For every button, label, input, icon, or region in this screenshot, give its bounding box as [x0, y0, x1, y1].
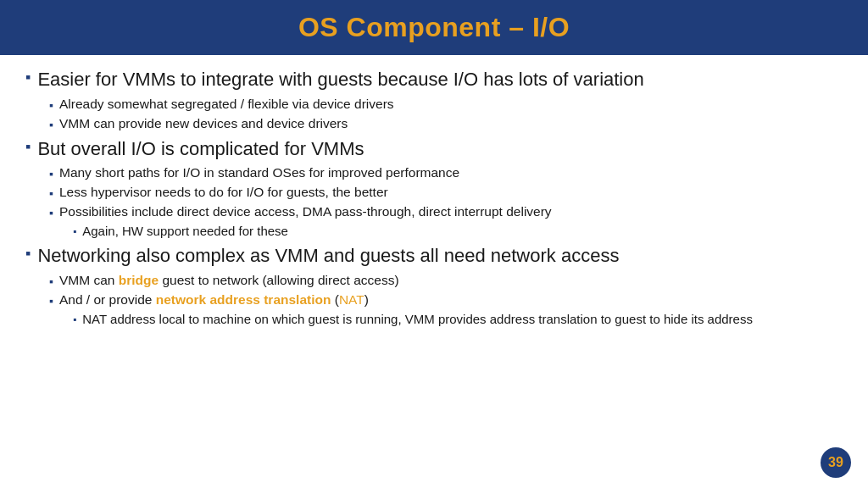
bullet-1-sub-1-marker: ▪ — [49, 98, 53, 112]
bullet-3-sub-2-sub-1-marker: ▪ — [73, 313, 76, 325]
bullet-1-sub: ▪ Already somewhat segregated / flexible… — [49, 96, 843, 133]
bullet-2-sub-3-text: Possibilities include direct device acce… — [59, 203, 552, 221]
highlight-nat: NAT — [339, 292, 364, 307]
bullet-3-sub-2-marker: ▪ — [49, 294, 53, 308]
bullet-3: ▪ Networking also complex as VMM and gue… — [25, 243, 843, 269]
bullet-3-sub-2-sub-1: ▪ NAT address local to machine on which … — [73, 311, 843, 328]
bullet-3-sub-1-marker: ▪ — [49, 274, 53, 288]
bullet-1-sub-2-text: VMM can provide new devices and device d… — [59, 115, 348, 133]
slide-number: 39 — [821, 447, 851, 478]
bullet-3-sub-2-text: And / or provide network address transla… — [59, 291, 369, 309]
bullet-2-sub-1: ▪ Many short paths for I/O in standard O… — [49, 164, 843, 182]
bullet-3-sub-1-text: VMM can bridge guest to network (allowin… — [59, 272, 399, 290]
bullet-3-sub: ▪ VMM can bridge guest to network (allow… — [49, 272, 843, 328]
bullet-1-text: Easier for VMMs to integrate with guests… — [37, 67, 643, 92]
bullet-3-marker: ▪ — [25, 245, 31, 263]
bullet-2-sub: ▪ Many short paths for I/O in standard O… — [49, 164, 843, 240]
bullet-2-marker: ▪ — [25, 138, 31, 156]
highlight-bridge: bridge — [119, 273, 159, 287]
bullet-2-sub-2: ▪ Less hypervisor needs to do for I/O fo… — [49, 184, 843, 202]
bullet-2-text: But overall I/O is complicated for VMMs — [37, 136, 364, 162]
bullet-2-sub-3-sub-1: ▪ Again, HW support needed for these — [73, 223, 843, 240]
bullet-2-sub-2-text: Less hypervisor needs to do for I/O for … — [59, 184, 388, 202]
bullet-1-sub-1-text: Already somewhat segregated / flexible v… — [59, 96, 394, 114]
bullet-1-sub-2: ▪ VMM can provide new devices and device… — [49, 115, 843, 133]
highlight-nat-full: network address translation — [156, 292, 331, 307]
bullet-1-sub-2-marker: ▪ — [49, 118, 53, 131]
bullet-3-sub-2-sub-1-text: NAT address local to machine on which gu… — [82, 311, 753, 328]
bullet-3-sub-1: ▪ VMM can bridge guest to network (allow… — [49, 272, 843, 290]
slide: OS Component – I/O ▪ Easier for VMMs to … — [0, 0, 868, 488]
bullet-2-sub-1-text: Many short paths for I/O in standard OSe… — [59, 164, 459, 182]
bullet-2-sub-3-marker: ▪ — [49, 206, 53, 219]
bullet-2-sub-1-marker: ▪ — [49, 167, 53, 180]
bullet-1-marker: ▪ — [25, 69, 31, 86]
bullet-2-sub-3: ▪ Possibilities include direct device ac… — [49, 203, 843, 221]
bullet-2: ▪ But overall I/O is complicated for VMM… — [25, 136, 843, 162]
title-bar: OS Component – I/O — [0, 0, 868, 55]
bullet-2-sub-2-marker: ▪ — [49, 186, 53, 200]
bullet-3-sub-2: ▪ And / or provide network address trans… — [49, 291, 843, 309]
slide-content: ▪ Easier for VMMs to integrate with gues… — [0, 55, 868, 488]
slide-wrapper: OS Component – I/O ▪ Easier for VMMs to … — [0, 0, 868, 488]
bullet-1-sub-1: ▪ Already somewhat segregated / flexible… — [49, 96, 843, 114]
bullet-1: ▪ Easier for VMMs to integrate with gues… — [25, 67, 843, 92]
bullet-3-text: Networking also complex as VMM and guest… — [37, 243, 619, 269]
slide-title: OS Component – I/O — [25, 12, 843, 43]
bullet-2-sub-3-sub-1-marker: ▪ — [73, 225, 76, 237]
bullet-2-sub-3-sub-1-text: Again, HW support needed for these — [82, 223, 288, 240]
